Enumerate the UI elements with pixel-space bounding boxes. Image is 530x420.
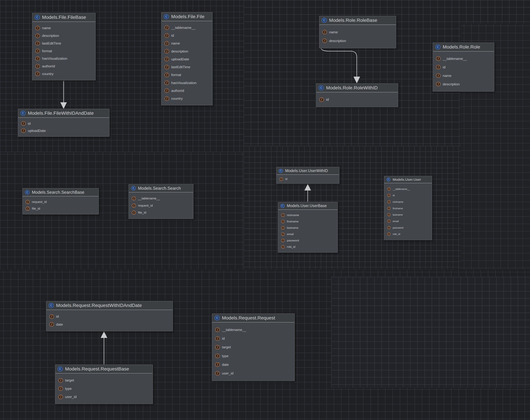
field-row[interactable]: fname	[319, 30, 396, 34]
field-row[interactable]: ftarget	[55, 378, 152, 383]
class-node-request-base[interactable]: CModels.Request.RequestBaseftargetftypef…	[55, 364, 153, 404]
field-row[interactable]: fdate	[46, 322, 173, 327]
field-row[interactable]: fauthorId	[162, 88, 212, 93]
class-node-header[interactable]: CModels.File.FileBase	[32, 13, 95, 22]
field-row[interactable]: fformat	[162, 73, 212, 77]
class-node-header[interactable]: CModels.Role.Role	[433, 43, 494, 52]
field-row[interactable]: fid	[277, 177, 339, 181]
field-row[interactable]: fnickname	[384, 200, 432, 203]
class-node-header[interactable]: CModels.User.User	[384, 176, 432, 183]
class-node-role[interactable]: CModels.Role.Rolef__tablename__fidfnamef…	[433, 42, 494, 92]
field-row[interactable]: flastEditTime	[162, 65, 212, 69]
field-row[interactable]: fpassword	[384, 226, 432, 229]
class-node-header[interactable]: CModels.Role.RoleBase	[319, 16, 396, 25]
field-row[interactable]: ftype	[212, 354, 294, 358]
field-row[interactable]: frole_id	[384, 232, 432, 236]
class-node-header[interactable]: CModels.Role.RoleWithID	[316, 84, 398, 92]
field-row[interactable]: fhasVisualization	[162, 81, 212, 85]
field-row[interactable]: fname	[32, 26, 95, 30]
field-row[interactable]: flastname	[384, 213, 432, 216]
class-node-search-base[interactable]: CModels.Search.SearchBasefrequest_idffil…	[22, 188, 99, 214]
field-label: lastEditTime	[171, 65, 191, 69]
field-row[interactable]: fformat	[32, 49, 95, 53]
field-row[interactable]: ftype	[55, 386, 152, 391]
field-row[interactable]: femail	[384, 220, 432, 223]
class-node-user-with-id[interactable]: CModels.User.UserWithIDfid	[276, 167, 339, 184]
field-row[interactable]: fhasVisualization	[32, 56, 95, 61]
class-node-header[interactable]: CModels.User.UserWithID	[277, 167, 339, 175]
field-row[interactable]: fid	[433, 65, 494, 69]
field-row[interactable]: fdescription	[319, 39, 396, 43]
field-row[interactable]: flastname	[278, 226, 338, 230]
field-row[interactable]: fuploadDate	[18, 128, 109, 133]
class-node-user-base[interactable]: CModels.User.UserBasefnicknameffirstname…	[278, 202, 338, 252]
class-node-file-base[interactable]: CModels.File.FileBasefnamefdescriptionfl…	[32, 13, 96, 80]
diagram-canvas[interactable]: CModels.File.FileBasefnamefdescriptionfl…	[0, 0, 530, 420]
field-icon: f	[35, 64, 40, 69]
class-node-header[interactable]: CModels.Search.Search	[129, 184, 193, 192]
field-row[interactable]: f__tablename__	[384, 187, 432, 191]
field-row[interactable]: flastEditTime	[32, 41, 95, 45]
field-row[interactable]: f__tablename__	[162, 25, 212, 30]
field-row[interactable]: fauthorId	[32, 64, 95, 69]
field-row[interactable]: f__tablename__	[129, 196, 193, 200]
field-row[interactable]: fid	[384, 194, 432, 197]
field-row[interactable]: fuploadDate	[162, 57, 212, 61]
class-node-file-with-id-and-date[interactable]: CModels.File.FileWithIDAndDatefidfupload…	[18, 109, 109, 137]
field-row[interactable]: fdescription	[162, 49, 212, 54]
field-label: file_id	[138, 211, 146, 214]
class-node-header[interactable]: CModels.User.UserBase	[278, 202, 338, 210]
class-node-request[interactable]: CModels.Request.Requestf__tablename__fid…	[212, 313, 295, 381]
field-row[interactable]: fcountry	[32, 71, 95, 76]
field-row[interactable]: fdate	[212, 362, 294, 367]
class-icon: C	[280, 204, 284, 208]
field-row[interactable]: ffile_id	[23, 207, 99, 210]
field-row[interactable]: fid	[316, 97, 398, 102]
field-row[interactable]: fid	[212, 336, 294, 341]
field-row[interactable]: fpassword	[278, 239, 338, 242]
field-row[interactable]: fdescription	[32, 33, 95, 38]
field-row[interactable]: frole_id	[278, 245, 338, 249]
class-title: Models.Search.SearchBase	[32, 190, 84, 195]
field-label: target	[65, 378, 74, 382]
class-node-request-with-id-and-date[interactable]: CModels.Request.RequestWithIDAndDatefidf…	[46, 301, 173, 331]
field-row[interactable]: fname	[433, 73, 494, 78]
field-row[interactable]: ffirstname	[278, 220, 338, 223]
field-row[interactable]: fuser_id	[212, 371, 294, 376]
field-row[interactable]: fid	[18, 121, 109, 126]
class-node-role-base[interactable]: CModels.Role.RoleBasefnamefdescription	[319, 16, 396, 48]
field-row[interactable]: f__tablename__	[433, 56, 494, 61]
field-label: date	[222, 363, 229, 367]
field-icon: f	[132, 204, 136, 208]
field-row[interactable]: ffile_id	[129, 210, 193, 215]
field-row[interactable]: ftarget	[212, 345, 294, 350]
class-node-file[interactable]: CModels.File.Filef__tablename__fidfnamef…	[161, 12, 213, 105]
field-row[interactable]: f__tablename__	[212, 327, 294, 332]
class-node-header[interactable]: CModels.File.File	[162, 13, 212, 21]
field-label: target	[222, 345, 231, 349]
field-row[interactable]: fdescription	[433, 82, 494, 86]
field-label: format	[171, 73, 181, 77]
class-icon: C	[164, 14, 169, 19]
field-icon: f	[281, 245, 285, 249]
class-node-header[interactable]: CModels.Request.Request	[212, 314, 294, 322]
class-node-header[interactable]: CModels.Request.RequestWithIDAndDate	[46, 301, 173, 310]
field-row[interactable]: frequest_id	[129, 204, 193, 208]
field-row[interactable]: fid	[162, 33, 212, 38]
class-icon: C	[435, 44, 440, 50]
class-node-header[interactable]: CModels.Search.SearchBase	[23, 188, 99, 196]
class-node-user[interactable]: CModels.User.Userf__tablename__fidfnickn…	[384, 176, 432, 240]
field-row[interactable]: fcountry	[162, 96, 212, 101]
field-row[interactable]: frequest_id	[23, 200, 99, 204]
field-row[interactable]: fname	[162, 41, 212, 46]
class-node-header[interactable]: CModels.File.FileWithIDAndDate	[18, 109, 109, 118]
field-row[interactable]: ffirstname	[384, 207, 432, 210]
class-node-header[interactable]: CModels.Request.RequestBase	[55, 365, 152, 374]
field-row[interactable]: femail	[278, 232, 338, 236]
field-icon: f	[21, 128, 26, 133]
class-node-role-with-id[interactable]: CModels.Role.RoleWithIDfid	[316, 83, 398, 107]
field-row[interactable]: fid	[46, 314, 173, 319]
field-row[interactable]: fnickname	[278, 213, 338, 217]
class-node-search[interactable]: CModels.Search.Searchf__tablename__frequ…	[129, 184, 193, 219]
field-row[interactable]: fuser_id	[55, 395, 152, 399]
